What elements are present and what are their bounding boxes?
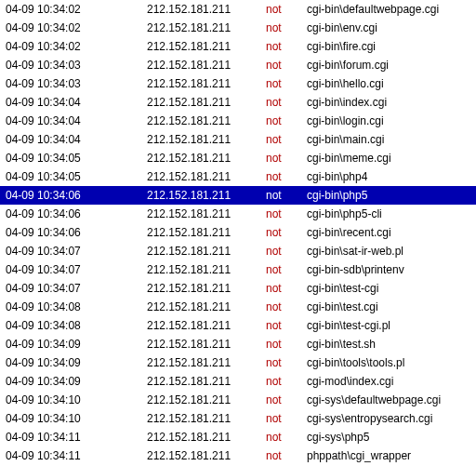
ip-cell: 212.152.181.211 xyxy=(147,167,266,186)
flag-cell: not xyxy=(266,298,307,316)
path-cell: cgi-bin\test-cgi xyxy=(307,279,476,298)
timestamp-cell: 04-09 10:34:09 xyxy=(0,335,147,353)
path-cell: cgi-bin\meme.cgi xyxy=(307,149,476,167)
table-row[interactable]: 04-09 10:34:10212.152.181.211notcgi-sys\… xyxy=(0,409,476,428)
ip-cell: 212.152.181.211 xyxy=(147,446,266,465)
path-cell: cgi-bin\fire.cgi xyxy=(307,37,476,56)
timestamp-cell: 04-09 10:34:07 xyxy=(0,242,147,260)
path-cell: cgi-bin\php5 xyxy=(307,186,476,205)
path-cell: cgi-bin\index.cgi xyxy=(307,93,476,112)
ip-cell: 212.152.181.211 xyxy=(147,242,266,260)
path-cell: cgi-sys\defaultwebpage.cgi xyxy=(307,391,476,409)
timestamp-cell: 04-09 10:34:07 xyxy=(0,260,147,279)
table-row[interactable]: 04-09 10:34:11212.152.181.211notcgi-sys\… xyxy=(0,428,476,446)
table-row[interactable]: 04-09 10:34:03212.152.181.211notcgi-bin\… xyxy=(0,56,476,74)
timestamp-cell: 04-09 10:34:02 xyxy=(0,37,147,56)
flag-cell: not xyxy=(266,391,307,409)
timestamp-cell: 04-09 10:34:04 xyxy=(0,93,147,112)
ip-cell: 212.152.181.211 xyxy=(147,130,266,149)
path-cell: cgi-bin\login.cgi xyxy=(307,112,476,130)
path-cell: cgi-bin\test.sh xyxy=(307,335,476,353)
flag-cell: not xyxy=(266,409,307,428)
table-row[interactable]: 04-09 10:34:07212.152.181.211notcgi-bin\… xyxy=(0,242,476,260)
table-row[interactable]: 04-09 10:34:09212.152.181.211notcgi-bin\… xyxy=(0,353,476,372)
path-cell: cgi-bin\forum.cgi xyxy=(307,56,476,74)
ip-cell: 212.152.181.211 xyxy=(147,279,266,298)
table-row[interactable]: 04-09 10:34:04212.152.181.211notcgi-bin\… xyxy=(0,130,476,149)
path-cell: cgi-bin\defaultwebpage.cgi xyxy=(307,0,476,19)
path-cell: cgi-bin\sat-ir-web.pl xyxy=(307,242,476,260)
ip-cell: 212.152.181.211 xyxy=(147,353,266,372)
log-table: 04-09 10:34:02212.152.181.211notcgi-bin\… xyxy=(0,0,476,466)
table-row[interactable]: 04-09 10:34:06212.152.181.211notcgi-bin\… xyxy=(0,186,476,205)
path-cell: cgi-bin\env.cgi xyxy=(307,19,476,37)
flag-cell: not xyxy=(266,446,307,465)
path-cell: cgi-sys\entropysearch.cgi xyxy=(307,409,476,428)
ip-cell: 212.152.181.211 xyxy=(147,0,266,19)
flag-cell: not xyxy=(266,335,307,353)
timestamp-cell: 04-09 10:34:11 xyxy=(0,428,147,446)
log-body: 04-09 10:34:02212.152.181.211notcgi-bin\… xyxy=(0,0,476,466)
table-row[interactable]: 04-09 10:34:10212.152.181.211notcgi-sys\… xyxy=(0,391,476,409)
timestamp-cell: 04-09 10:34:05 xyxy=(0,167,147,186)
flag-cell: not xyxy=(266,19,307,37)
flag-cell: not xyxy=(266,205,307,223)
table-row[interactable]: 04-09 10:34:07212.152.181.211notcgi-bin\… xyxy=(0,279,476,298)
timestamp-cell: 04-09 10:34:09 xyxy=(0,372,147,391)
flag-cell: not xyxy=(266,353,307,372)
flag-cell: not xyxy=(266,93,307,112)
table-row[interactable]: 04-09 10:34:08212.152.181.211notcgi-bin\… xyxy=(0,316,476,335)
table-row[interactable]: 04-09 10:34:08212.152.181.211notcgi-bin\… xyxy=(0,298,476,316)
path-cell: cgi-bin\test.cgi xyxy=(307,298,476,316)
flag-cell: not xyxy=(266,74,307,93)
timestamp-cell: 04-09 10:34:04 xyxy=(0,130,147,149)
table-row[interactable]: 04-09 10:34:06212.152.181.211notcgi-bin\… xyxy=(0,205,476,223)
path-cell: cgi-bin\recent.cgi xyxy=(307,223,476,242)
path-cell: phppath\cgi_wrapper xyxy=(307,446,476,465)
timestamp-cell: 04-09 10:34:10 xyxy=(0,391,147,409)
table-row[interactable]: 04-09 10:34:05212.152.181.211notcgi-bin\… xyxy=(0,167,476,186)
table-row[interactable]: 04-09 10:34:11212.152.181.211notphppath\… xyxy=(0,446,476,465)
table-row[interactable]: 04-09 10:34:06212.152.181.211notcgi-bin\… xyxy=(0,223,476,242)
timestamp-cell: 04-09 10:34:06 xyxy=(0,223,147,242)
flag-cell: not xyxy=(266,0,307,19)
timestamp-cell: 04-09 10:34:06 xyxy=(0,205,147,223)
timestamp-cell: 04-09 10:34:03 xyxy=(0,56,147,74)
path-cell: cgi-bin-sdb\printenv xyxy=(307,260,476,279)
flag-cell: not xyxy=(266,223,307,242)
ip-cell: 212.152.181.211 xyxy=(147,391,266,409)
path-cell: cgi-mod\index.cgi xyxy=(307,372,476,391)
table-row[interactable]: 04-09 10:34:04212.152.181.211notcgi-bin\… xyxy=(0,93,476,112)
table-row[interactable]: 04-09 10:34:02212.152.181.211notcgi-bin\… xyxy=(0,0,476,19)
timestamp-cell: 04-09 10:34:07 xyxy=(0,279,147,298)
table-row[interactable]: 04-09 10:34:07212.152.181.211notcgi-bin-… xyxy=(0,260,476,279)
table-row[interactable]: 04-09 10:34:09212.152.181.211notcgi-mod\… xyxy=(0,372,476,391)
table-row[interactable]: 04-09 10:34:05212.152.181.211notcgi-bin\… xyxy=(0,149,476,167)
timestamp-cell: 04-09 10:34:08 xyxy=(0,298,147,316)
flag-cell: not xyxy=(266,242,307,260)
path-cell: cgi-bin\tools\tools.pl xyxy=(307,353,476,372)
table-row[interactable]: 04-09 10:34:02212.152.181.211notcgi-bin\… xyxy=(0,37,476,56)
timestamp-cell: 04-09 10:34:06 xyxy=(0,186,147,205)
ip-cell: 212.152.181.211 xyxy=(147,223,266,242)
table-row[interactable]: 04-09 10:34:09212.152.181.211notcgi-bin\… xyxy=(0,335,476,353)
ip-cell: 212.152.181.211 xyxy=(147,428,266,446)
table-row[interactable]: 04-09 10:34:02212.152.181.211notcgi-bin\… xyxy=(0,19,476,37)
timestamp-cell: 04-09 10:34:09 xyxy=(0,353,147,372)
flag-cell: not xyxy=(266,130,307,149)
timestamp-cell: 04-09 10:34:03 xyxy=(0,74,147,93)
path-cell: cgi-bin\php5-cli xyxy=(307,205,476,223)
path-cell: cgi-bin\main.cgi xyxy=(307,130,476,149)
ip-cell: 212.152.181.211 xyxy=(147,260,266,279)
ip-cell: 212.152.181.211 xyxy=(147,112,266,130)
ip-cell: 212.152.181.211 xyxy=(147,149,266,167)
ip-cell: 212.152.181.211 xyxy=(147,186,266,205)
table-row[interactable]: 04-09 10:34:04212.152.181.211notcgi-bin\… xyxy=(0,112,476,130)
flag-cell: not xyxy=(266,149,307,167)
timestamp-cell: 04-09 10:34:04 xyxy=(0,112,147,130)
ip-cell: 212.152.181.211 xyxy=(147,335,266,353)
timestamp-cell: 04-09 10:34:02 xyxy=(0,0,147,19)
ip-cell: 212.152.181.211 xyxy=(147,93,266,112)
path-cell: cgi-bin\php4 xyxy=(307,167,476,186)
table-row[interactable]: 04-09 10:34:03212.152.181.211notcgi-bin\… xyxy=(0,74,476,93)
